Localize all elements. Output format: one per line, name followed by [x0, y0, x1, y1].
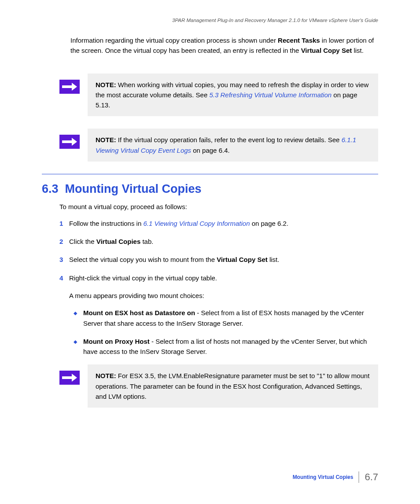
- step-item: 3 Select the virtual copy you wish to mo…: [59, 254, 378, 265]
- arrow-icon: [59, 371, 80, 385]
- svg-rect-1: [62, 85, 72, 88]
- note-box-1: NOTE: When working with virtual copies, …: [88, 74, 378, 117]
- note-box-3: NOTE: For ESX 3.5, the LVM.EnableResigna…: [88, 364, 378, 408]
- footer-section-label: Mounting Virtual Copies: [293, 474, 354, 480]
- intro-paragraph: Information regarding the virtual copy c…: [70, 35, 378, 56]
- step-item: 4 Right-click the virtual copy in the vi…: [59, 273, 378, 283]
- page-number: 6.7: [365, 471, 378, 483]
- note-box-2: NOTE: If the virtual copy operation fail…: [88, 129, 378, 162]
- arrow-icon: [59, 135, 80, 149]
- step-item: 1 Follow the instructions in 6.1 Viewing…: [59, 218, 378, 228]
- note-block-3: NOTE: For ESX 3.5, the LVM.EnableResigna…: [59, 364, 378, 408]
- note-block-1: NOTE: When working with virtual copies, …: [59, 74, 378, 117]
- bullet-list: ◆ Mount on ESX host as Datastore on - Se…: [74, 308, 378, 357]
- diamond-icon: ◆: [74, 336, 83, 357]
- footer-separator: [358, 471, 359, 483]
- link-refresh-info[interactable]: 5.3 Refreshing Virtual Volume Informatio…: [209, 91, 332, 99]
- section-intro: To mount a virtual copy, proceed as foll…: [59, 203, 378, 210]
- section-rule: [42, 174, 378, 174]
- step-item: 2 Click the Virtual Copies tab.: [59, 236, 378, 246]
- section-heading: 6.3 Mounting Virtual Copies: [42, 182, 378, 196]
- running-header: 3PAR Management Plug-In and Recovery Man…: [42, 18, 378, 23]
- diamond-icon: ◆: [74, 308, 83, 328]
- menu-intro: A menu appears providing two mount choic…: [69, 291, 378, 301]
- list-item: ◆ Mount on Proxy Host - Select from a li…: [74, 336, 378, 357]
- arrow-icon: [59, 80, 80, 94]
- page-content: 3PAR Management Plug-In and Recovery Man…: [0, 0, 420, 408]
- page-footer: Mounting Virtual Copies 6.7: [293, 471, 378, 483]
- note-block-2: NOTE: If the virtual copy operation fail…: [59, 129, 378, 162]
- link-view-vc-info[interactable]: 6.1 Viewing Virtual Copy Information: [143, 220, 250, 227]
- svg-rect-4: [62, 140, 72, 143]
- svg-rect-7: [62, 376, 72, 379]
- list-item: ◆ Mount on ESX host as Datastore on - Se…: [74, 308, 378, 328]
- step-list: 1 Follow the instructions in 6.1 Viewing…: [59, 218, 378, 283]
